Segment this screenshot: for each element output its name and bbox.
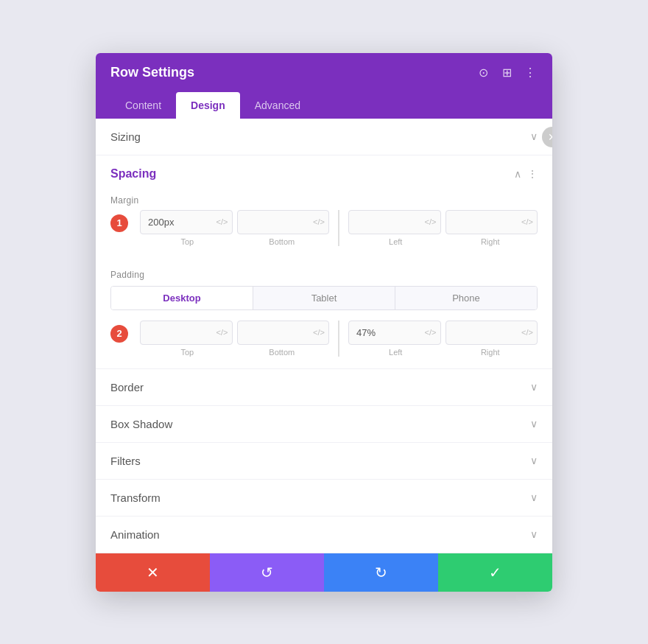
border-section: Border ∨ [96, 369, 552, 406]
margin-divider [338, 210, 339, 246]
step-badge-1: 1 [110, 214, 128, 232]
transform-section-header[interactable]: Transform ∨ [96, 480, 552, 516]
margin-left-sublabels: Top Bottom [140, 237, 329, 246]
sizing-chevron-icon: ∨ [530, 130, 538, 142]
padding-right-link-icon[interactable]: </> [521, 328, 533, 337]
modal-header: Row Settings ⊙ ⊞ ⋮ [96, 53, 552, 92]
sizing-section-header[interactable]: Sizing ∨ [96, 119, 552, 155]
margin-left-right-inputs: </> </> [348, 210, 538, 234]
spacing-header-controls: ∧ ⋮ [514, 168, 538, 180]
animation-section: Animation ∨ [96, 517, 552, 553]
padding-right-field: </> [446, 321, 538, 345]
margin-bottom-link-icon[interactable]: </> [313, 217, 325, 226]
margin-row: 1 </> </> [110, 210, 538, 246]
margin-right-sublabel: Right [443, 237, 538, 246]
animation-chevron-icon: ∨ [530, 528, 538, 540]
margin-top-field: </> [140, 210, 233, 234]
padding-right-sublabels: Left Right [348, 348, 538, 357]
padding-bottom-link-icon[interactable]: </> [313, 328, 325, 337]
margin-right-sublabels: Left Right [348, 237, 538, 246]
padding-bottom-field: </> [237, 321, 330, 345]
padding-right-group: </> </> Left Right [348, 321, 538, 357]
border-section-header[interactable]: Border ∨ [96, 369, 552, 405]
animation-section-header[interactable]: Animation ∨ [96, 517, 552, 553]
padding-row: 2 </> </> [110, 321, 538, 357]
padding-left-sublabels: Top Bottom [140, 348, 329, 357]
save-icon: ✓ [489, 564, 501, 581]
box-shadow-section: Box Shadow ∨ [96, 406, 552, 443]
tab-content[interactable]: Content [110, 92, 176, 119]
modal-title: Row Settings [110, 65, 194, 80]
padding-label: Padding [110, 270, 538, 280]
modal-footer: ✕ ↺ ↻ ✓ [96, 553, 552, 592]
box-shadow-section-title: Box Shadow [110, 418, 172, 430]
padding-left-group: </> </> Top Bottom [140, 321, 329, 357]
margin-top-link-icon[interactable]: </> [216, 217, 228, 226]
redo-button[interactable]: ↻ [324, 553, 438, 592]
device-tab-desktop[interactable]: Desktop [111, 287, 253, 309]
more-icon[interactable]: ⋮ [523, 65, 538, 80]
filters-section-title: Filters [110, 455, 141, 467]
filters-section-header[interactable]: Filters ∨ [96, 443, 552, 479]
padding-bottom-sublabel: Bottom [235, 348, 330, 357]
spacing-section-header: Spacing ∧ ⋮ [96, 155, 552, 186]
padding-top-field: </> [140, 321, 233, 345]
transform-section: Transform ∨ [96, 480, 552, 517]
padding-top-sublabel: Top [140, 348, 235, 357]
tab-design[interactable]: Design [176, 92, 240, 119]
row-settings-modal: Row Settings ⊙ ⊞ ⋮ Content Design Advanc… [96, 53, 552, 592]
spacing-section-title: Spacing [110, 167, 156, 181]
padding-section: Padding Desktop Tablet Phone 2 [96, 270, 552, 368]
box-shadow-section-header[interactable]: Box Shadow ∨ [96, 406, 552, 442]
modal-body[interactable]: Sizing ∨ Spacing ∧ ⋮ Margin 1 [96, 119, 552, 553]
device-tabs: Desktop Tablet Phone [110, 286, 538, 310]
device-tab-phone[interactable]: Phone [395, 287, 537, 309]
margin-section: Margin 1 </> </> [96, 195, 552, 261]
padding-top-link-icon[interactable]: </> [216, 328, 228, 337]
margin-right-field: </> [446, 210, 538, 234]
header-icons: ⊙ ⊞ ⋮ [476, 65, 538, 80]
sizing-section: Sizing ∨ [96, 119, 552, 155]
spacing-collapse-icon[interactable]: ∧ [514, 168, 521, 180]
border-chevron-icon: ∨ [530, 381, 538, 393]
animation-section-title: Animation [110, 528, 160, 541]
spacing-section: Spacing ∧ ⋮ Margin 1 [96, 155, 552, 369]
transform-section-title: Transform [110, 491, 161, 504]
spacing-more-icon[interactable]: ⋮ [527, 168, 538, 180]
margin-right-link-icon[interactable]: </> [521, 217, 533, 226]
padding-left-sublabel: Left [348, 348, 443, 357]
margin-left-sublabel: Left [348, 237, 443, 246]
margin-bottom-sublabel: Bottom [235, 237, 330, 246]
device-tab-tablet[interactable]: Tablet [253, 287, 395, 309]
filters-section: Filters ∨ [96, 443, 552, 480]
target-icon[interactable]: ⊙ [476, 65, 490, 80]
margin-right-group: </> </> Left Right [348, 210, 538, 246]
step-badge-2: 2 [110, 325, 128, 343]
sizing-section-title: Sizing [110, 130, 141, 143]
cancel-icon: ✕ [147, 564, 159, 581]
margin-top-bottom-inputs: </> </> [140, 210, 329, 234]
padding-right-sublabel: Right [443, 348, 538, 357]
padding-left-link-icon[interactable]: </> [425, 328, 437, 337]
margin-left-link-icon[interactable]: </> [425, 217, 437, 226]
redo-icon: ↻ [375, 564, 387, 581]
box-shadow-chevron-icon: ∨ [530, 418, 538, 430]
tabs-bar: Content Design Advanced [96, 92, 552, 119]
margin-left-field: </> [348, 210, 441, 234]
margin-label: Margin [110, 195, 538, 206]
tab-advanced[interactable]: Advanced [240, 92, 315, 119]
margin-top-sublabel: Top [140, 237, 235, 246]
filters-chevron-icon: ∨ [530, 455, 538, 466]
undo-button[interactable]: ↺ [210, 553, 324, 592]
padding-left-right-inputs: </> </> [348, 321, 538, 345]
padding-divider [338, 321, 339, 357]
save-button[interactable]: ✓ [438, 553, 552, 592]
transform-chevron-icon: ∨ [530, 491, 538, 503]
margin-left-group: </> </> Top Bottom [140, 210, 329, 246]
columns-icon[interactable]: ⊞ [499, 65, 514, 80]
padding-top-bottom-inputs: </> </> [140, 321, 329, 345]
padding-left-field: </> [348, 321, 441, 345]
border-section-title: Border [110, 381, 144, 393]
undo-icon: ↺ [261, 564, 273, 581]
cancel-button[interactable]: ✕ [96, 553, 210, 592]
